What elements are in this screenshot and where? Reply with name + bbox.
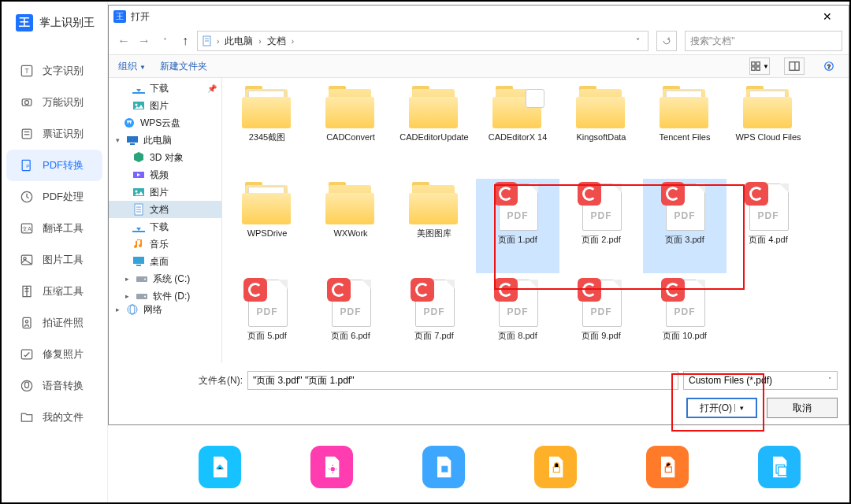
sidebar-icon: [19, 378, 35, 394]
file-item[interactable]: PDF页面 10.pdf: [643, 275, 727, 363]
help-button[interactable]: ?: [819, 57, 839, 75]
file-filter-select[interactable]: Custom Files (*.pdf)˅: [683, 371, 838, 390]
file-item[interactable]: PDF页面 9.pdf: [559, 275, 643, 363]
view-mode-button[interactable]: ▼: [749, 57, 770, 75]
feature-icon-6[interactable]: [758, 446, 801, 488]
open-button[interactable]: 打开(O) ▾: [686, 398, 757, 418]
file-item[interactable]: PDF页面 1.pdf: [476, 179, 559, 273]
tree-item-label: 文档: [150, 203, 169, 217]
sidebar-icon: [19, 410, 35, 425]
feature-icon-1[interactable]: [199, 446, 241, 488]
sidebar-item-10[interactable]: 语音转换: [2, 370, 107, 402]
file-item[interactable]: PDF页面 2.pdf: [559, 179, 643, 273]
file-item[interactable]: WXWork: [309, 179, 392, 273]
path-box[interactable]: › 此电脑 › 文档 › ˅: [197, 31, 648, 51]
chevron-right-icon: ›: [292, 37, 294, 46]
folder-tree[interactable]: 下载📌图片WPS云盘▾此电脑3D 对象视频图片文档下载音乐桌面▸系统 (C:)▸…: [109, 78, 222, 363]
svg-rect-28: [752, 62, 755, 65]
pictures-icon: [132, 99, 145, 112]
file-label: KingsoftData: [572, 130, 631, 143]
nav-back-button[interactable]: ←: [115, 32, 132, 50]
svg-point-56: [128, 305, 137, 314]
file-item[interactable]: WPS Cloud Files: [727, 83, 810, 177]
tree-item[interactable]: 下载: [109, 218, 221, 235]
file-item[interactable]: WPSDrive: [225, 179, 309, 273]
svg-rect-41: [130, 143, 135, 145]
refresh-icon: [662, 36, 671, 46]
tree-item[interactable]: ▾此电脑: [109, 132, 221, 149]
music-icon: [132, 238, 145, 250]
sidebar-item-9[interactable]: 修复照片: [2, 339, 107, 370]
document-icon: [201, 35, 214, 47]
file-item[interactable]: CADEditorUpdate: [392, 83, 476, 177]
tree-item[interactable]: 音乐: [109, 235, 221, 253]
tree-item[interactable]: 3D 对象: [109, 149, 221, 166]
sidebar-item-label: 票证识别: [43, 127, 84, 141]
tree-item[interactable]: 文档: [109, 201, 221, 218]
file-item[interactable]: PDF页面 5.pdf: [225, 275, 309, 363]
filename-input[interactable]: [247, 371, 678, 390]
sidebar-item-11[interactable]: 我的文件: [2, 402, 107, 433]
nav-recent-button[interactable]: ˅: [156, 32, 173, 50]
tree-item[interactable]: 视频: [109, 166, 221, 183]
nav-up-button[interactable]: ↑: [177, 32, 194, 50]
svg-rect-50: [133, 257, 144, 264]
refresh-button[interactable]: [656, 31, 677, 51]
file-item[interactable]: PDF页面 6.pdf: [309, 275, 392, 363]
file-item[interactable]: PDF页面 3.pdf: [643, 179, 727, 273]
file-label: 页面 3.pdf: [660, 232, 709, 245]
file-item[interactable]: Tencent Files: [643, 83, 727, 177]
feature-icon-5[interactable]: [646, 446, 689, 488]
file-label: 页面 5.pdf: [243, 328, 292, 341]
sidebar-item-1[interactable]: 万能识别: [2, 87, 107, 118]
file-grid[interactable]: 2345截图CADConvertCADEditorUpdateCADEditor…: [222, 78, 849, 363]
file-label: WPSDrive: [243, 226, 292, 239]
sidebar-item-7[interactable]: 压缩工具: [2, 276, 107, 307]
app-title: 掌上识别王: [39, 16, 95, 30]
feature-icon-3[interactable]: [422, 446, 465, 488]
pdf-icon: PDF: [576, 278, 626, 328]
organize-menu[interactable]: 组织▼: [118, 60, 146, 73]
path-seg-root[interactable]: 此电脑: [222, 35, 255, 48]
sidebar-item-3[interactable]: PPDF转换: [6, 150, 102, 181]
svg-rect-20: [441, 466, 448, 472]
sidebar-item-4[interactable]: PDF处理: [2, 181, 107, 213]
file-item[interactable]: CADEditorX 14: [476, 83, 559, 177]
file-item[interactable]: KingsoftData: [559, 83, 643, 177]
preview-pane-button[interactable]: [784, 57, 805, 75]
pdf-icon: PDF: [325, 278, 376, 328]
file-label: 页面 6.pdf: [326, 328, 375, 341]
video-icon: [132, 169, 145, 181]
feature-icon-4[interactable]: [534, 446, 577, 488]
path-seg-1[interactable]: 文档: [265, 35, 288, 48]
cancel-button[interactable]: 取消: [767, 398, 838, 418]
tree-item[interactable]: 桌面: [109, 253, 221, 270]
new-folder-button[interactable]: 新建文件夹: [160, 60, 207, 73]
tree-item[interactable]: 图片: [109, 183, 221, 201]
path-dropdown-button[interactable]: ˅: [630, 37, 645, 46]
tree-item[interactable]: ▸网络: [109, 305, 221, 314]
file-item[interactable]: 美图图库: [392, 179, 476, 273]
search-input[interactable]: 搜索"文档": [685, 31, 842, 51]
tree-item[interactable]: ▸系统 (C:): [109, 270, 221, 287]
close-button[interactable]: ✕: [811, 6, 844, 27]
sidebar-icon: [19, 252, 35, 268]
file-item[interactable]: PDF页面 8.pdf: [476, 275, 559, 363]
tree-item[interactable]: 图片: [109, 97, 221, 114]
file-item[interactable]: PDF页面 4.pdf: [727, 179, 810, 273]
sidebar-item-6[interactable]: 图片工具: [2, 244, 107, 276]
feature-icon-2[interactable]: [310, 446, 353, 488]
sidebar-item-5[interactable]: 文A翻译工具: [2, 213, 107, 244]
sidebar-item-2[interactable]: 票证识别: [2, 118, 107, 150]
sidebar-item-0[interactable]: T文字识别: [2, 55, 107, 87]
file-item[interactable]: PDF页面 7.pdf: [392, 275, 476, 363]
file-label: 页面 7.pdf: [410, 328, 459, 341]
file-item[interactable]: CADConvert: [309, 83, 392, 177]
sidebar-icon: [19, 315, 35, 331]
tree-item[interactable]: ▸软件 (D:): [109, 287, 221, 305]
sidebar-item-8[interactable]: 拍证件照: [2, 307, 107, 339]
file-item[interactable]: 2345截图: [225, 83, 309, 177]
tree-item[interactable]: 下载📌: [109, 80, 221, 97]
tree-item[interactable]: WPS云盘: [109, 114, 221, 132]
filename-label: 文件名(N):: [199, 374, 243, 387]
